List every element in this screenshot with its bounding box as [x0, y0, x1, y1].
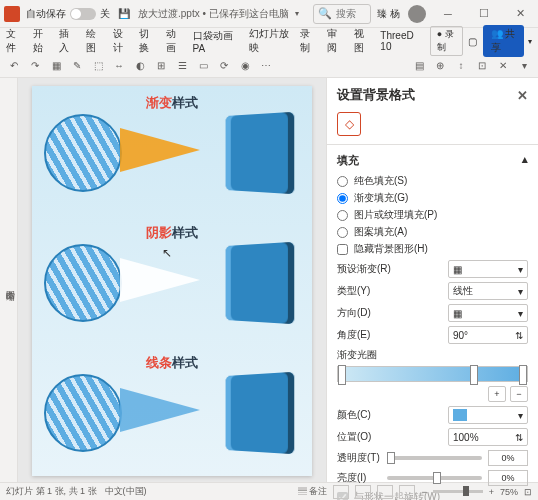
tool-icon[interactable]: ⊞ [153, 58, 169, 74]
transparency-label: 透明度(T) [337, 451, 381, 465]
angle-spinner[interactable]: 90°⇅ [448, 326, 528, 344]
view-slideshow-icon[interactable] [399, 485, 415, 499]
tab-draw[interactable]: 绘图 [86, 27, 103, 55]
position-spinner[interactable]: 100%⇅ [448, 428, 528, 446]
color-label: 颜色(C) [337, 408, 371, 422]
gradient-stop[interactable] [338, 365, 346, 385]
search-input[interactable] [336, 8, 366, 19]
tab-animation[interactable]: 动画 [166, 27, 183, 55]
type-label: 类型(Y) [337, 284, 370, 298]
tool-icon[interactable]: ▦ [48, 58, 64, 74]
present-icon[interactable]: ▢ [467, 33, 479, 49]
gradient-stop[interactable] [519, 365, 527, 385]
gradient-bar[interactable] [337, 366, 528, 382]
tab-slideshow[interactable]: 幻灯片放映 [249, 27, 291, 55]
view-normal-icon[interactable] [333, 485, 349, 499]
add-stop-button[interactable]: + [488, 386, 506, 402]
cursor-icon: ↖ [162, 246, 172, 260]
lang-indicator[interactable]: 中文(中国) [105, 485, 147, 498]
tool-icon[interactable]: ↔ [111, 58, 127, 74]
preset-label: 预设渐变(R) [337, 262, 391, 276]
tab-review[interactable]: 审阅 [327, 27, 344, 55]
search-icon: 🔍 [318, 7, 332, 20]
tool-icon[interactable]: ◐ [132, 58, 148, 74]
minimize-button[interactable]: ─ [434, 4, 462, 24]
fit-button[interactable]: ⊡ [524, 487, 532, 497]
title-chevron-icon[interactable]: ▾ [295, 9, 299, 18]
preset-dropdown[interactable]: ▦▾ [448, 260, 528, 278]
fill-gradient[interactable]: 渐变填充(G) [337, 191, 528, 205]
tool-icon[interactable]: ◉ [237, 58, 253, 74]
search-box[interactable]: 🔍 [313, 4, 371, 24]
type-dropdown[interactable]: 线性▾ [448, 282, 528, 300]
fill-solid[interactable]: 纯色填充(S) [337, 174, 528, 188]
toggle-switch[interactable] [70, 8, 96, 20]
tool-icon[interactable]: ⋯ [258, 58, 274, 74]
thumbnail-strip[interactable]: 缩略图 [0, 78, 18, 482]
pane-close-button[interactable]: ✕ [517, 88, 528, 103]
tool-icon[interactable]: ▤ [411, 58, 427, 74]
tab-file[interactable]: 文件 [6, 27, 23, 55]
view-sorter-icon[interactable] [355, 485, 371, 499]
status-bar: 幻灯片 第 1 张, 共 1 张 中文(中国) ▤ 备注 − + 75% ⊡ [0, 482, 538, 500]
tool-icon[interactable]: ✎ [69, 58, 85, 74]
transparency-slider[interactable] [387, 456, 482, 460]
tool-icon[interactable]: ⊕ [432, 58, 448, 74]
cone-gradient [120, 128, 200, 172]
tool-icon[interactable]: ⊡ [474, 58, 490, 74]
tab-transition[interactable]: 切换 [139, 27, 156, 55]
maximize-button[interactable]: ☐ [470, 4, 498, 24]
hide-bg-graphics[interactable]: 隐藏背景图形(H) [337, 242, 528, 256]
format-background-pane: 设置背景格式 ✕ ◇ 填充▴ 纯色填充(S) 渐变填充(G) 图片或纹理填充(P… [326, 78, 538, 482]
tool-icon[interactable]: ✕ [495, 58, 511, 74]
autosave-state: 关 [100, 7, 110, 21]
tab-design[interactable]: 设计 [113, 27, 130, 55]
fill-pattern[interactable]: 图案填充(A) [337, 225, 528, 239]
zoom-in-button[interactable]: + [489, 487, 494, 497]
ribbon-chevron-icon[interactable]: ▾ [528, 37, 532, 46]
fill-tab-icon[interactable]: ◇ [337, 112, 361, 136]
position-label: 位置(O) [337, 430, 371, 444]
tab-view[interactable]: 视图 [354, 27, 371, 55]
zoom-level[interactable]: 75% [500, 487, 518, 497]
tool-icon[interactable]: ▭ [195, 58, 211, 74]
notes-button[interactable]: ▤ 备注 [298, 485, 328, 498]
transparency-value[interactable]: 0% [488, 450, 528, 466]
color-picker[interactable]: ▾ [448, 406, 528, 424]
tab-insert[interactable]: 插入 [59, 27, 76, 55]
sample-title-2: 阴影样式 [146, 224, 198, 242]
autosave-toggle[interactable]: 自动保存 关 [26, 7, 110, 21]
slide[interactable]: 渐变样式 阴影样式 线条样式 ↖ [32, 86, 312, 476]
file-title[interactable]: 放大过渡.pptx • 已保存到这台电脑 [138, 7, 289, 21]
undo-icon[interactable]: ↶ [6, 58, 22, 74]
tab-record[interactable]: 录制 [300, 27, 317, 55]
gradient-stop[interactable] [470, 365, 478, 385]
direction-dropdown[interactable]: ▦▾ [448, 304, 528, 322]
view-reading-icon[interactable] [377, 485, 393, 499]
remove-stop-button[interactable]: − [510, 386, 528, 402]
tool-icon[interactable]: ⬚ [90, 58, 106, 74]
record-button[interactable]: ● 录制 [430, 26, 463, 56]
tool-icon[interactable]: ☰ [174, 58, 190, 74]
angle-label: 角度(E) [337, 328, 370, 342]
collapse-icon[interactable]: ▴ [522, 153, 528, 168]
slide-canvas[interactable]: 渐变样式 阴影样式 线条样式 ↖ [18, 78, 326, 482]
zoom-slider[interactable] [433, 490, 483, 493]
save-icon[interactable]: 💾 [116, 6, 132, 22]
avatar[interactable] [408, 5, 426, 23]
tab-home[interactable]: 开始 [33, 27, 50, 55]
share-button[interactable]: 👥 共享 [483, 25, 525, 57]
tool-icon[interactable]: ↕ [453, 58, 469, 74]
tool-icon[interactable]: ⟳ [216, 58, 232, 74]
tab-threed[interactable]: ThreeD 10 [380, 30, 419, 52]
brightness-slider[interactable] [387, 476, 482, 480]
redo-icon[interactable]: ↷ [27, 58, 43, 74]
magnifier-1 [44, 114, 122, 192]
close-button[interactable]: ✕ [506, 4, 534, 24]
zoom-out-button[interactable]: − [421, 487, 426, 497]
slide-counter[interactable]: 幻灯片 第 1 张, 共 1 张 [6, 485, 97, 498]
fill-picture[interactable]: 图片或纹理填充(P) [337, 208, 528, 222]
tool-icon[interactable]: ▾ [516, 58, 532, 74]
tile-1 [226, 112, 295, 195]
tab-pa[interactable]: 口袋动画 PA [193, 29, 239, 54]
